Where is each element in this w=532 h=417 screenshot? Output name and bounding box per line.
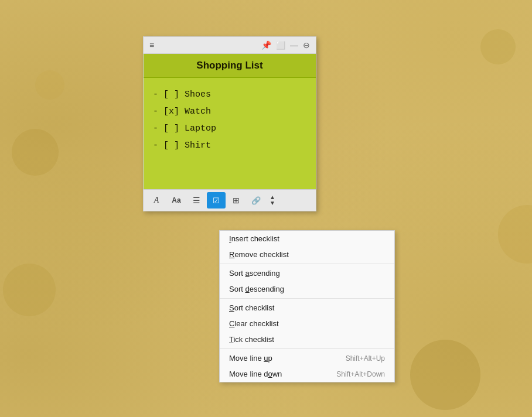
separator-1 (220, 264, 394, 264)
more-button[interactable]: ▲▼ (267, 192, 278, 208)
move-line-up-item[interactable]: Move line up Shift+Alt+Up (220, 350, 394, 366)
pin-icon[interactable]: 📌 (261, 40, 271, 50)
title-bar-right: 📌 ⬜ — ⊖ (261, 40, 310, 50)
format-button[interactable]: Aa (167, 192, 186, 208)
sort-descending-item[interactable]: Sort descending (220, 281, 394, 297)
insert-checklist-item[interactable]: Insert checklist (220, 231, 394, 247)
remove-checklist-label: Remove checklist (229, 250, 289, 259)
sort-checklist-label: Sort checklist (229, 303, 274, 312)
move-line-down-item[interactable]: Move line down Shift+Alt+Down (220, 366, 394, 382)
list-item: - [x] Watch (153, 107, 306, 117)
toolbar: A Aa ☰ ☑ ⊞ 🔗 ▲▼ (144, 189, 316, 211)
sort-ascending-label: Sort ascending (229, 269, 280, 278)
note-title: Shopping List (144, 54, 316, 78)
sort-descending-label: Sort descending (229, 285, 284, 293)
clear-checklist-label: Clear checklist (229, 319, 279, 328)
insert-checklist-label: Insert checklist (229, 234, 279, 243)
minimize-icon[interactable]: — (290, 40, 298, 50)
sort-ascending-item[interactable]: Sort ascending (220, 265, 394, 281)
context-menu: Insert checklist Remove checklist Sort a… (219, 230, 395, 382)
tick-checklist-item[interactable]: Tick checklist (220, 331, 394, 347)
close-icon[interactable]: ⊖ (303, 40, 310, 50)
remove-checklist-item[interactable]: Remove checklist (220, 247, 394, 262)
move-line-up-label: Move line up (229, 354, 272, 363)
list-item: - [ ] Shoes (153, 90, 306, 100)
move-line-up-shortcut: Shift+Alt+Up (346, 354, 385, 363)
separator-2 (220, 298, 394, 299)
clear-checklist-item[interactable]: Clear checklist (220, 316, 394, 331)
move-line-down-shortcut: Shift+Alt+Down (336, 370, 385, 378)
table-button[interactable]: ⊞ (227, 192, 245, 208)
move-line-down-label: Move line down (229, 370, 282, 378)
list-item: - [ ] Laptop (153, 124, 306, 134)
sort-checklist-item[interactable]: Sort checklist (220, 300, 394, 316)
spell-check-button[interactable]: A (147, 192, 166, 208)
note-content[interactable]: - [ ] Shoes - [x] Watch - [ ] Laptop - [… (144, 78, 316, 189)
title-bar-left: ≡ (149, 40, 154, 50)
link-button[interactable]: 🔗 (247, 192, 265, 208)
list-item: - [ ] Shirt (153, 141, 306, 151)
list-button[interactable]: ☰ (187, 192, 206, 208)
note-window: ≡ 📌 ⬜ — ⊖ Shopping List - [ ] Shoes - [x… (143, 36, 316, 211)
frame-icon[interactable]: ⬜ (276, 41, 285, 50)
menu-icon[interactable]: ≡ (149, 40, 154, 50)
checklist-button[interactable]: ☑ (207, 192, 226, 208)
tick-checklist-label: Tick checklist (229, 335, 274, 344)
title-bar: ≡ 📌 ⬜ — ⊖ (144, 37, 316, 54)
separator-3 (220, 348, 394, 349)
